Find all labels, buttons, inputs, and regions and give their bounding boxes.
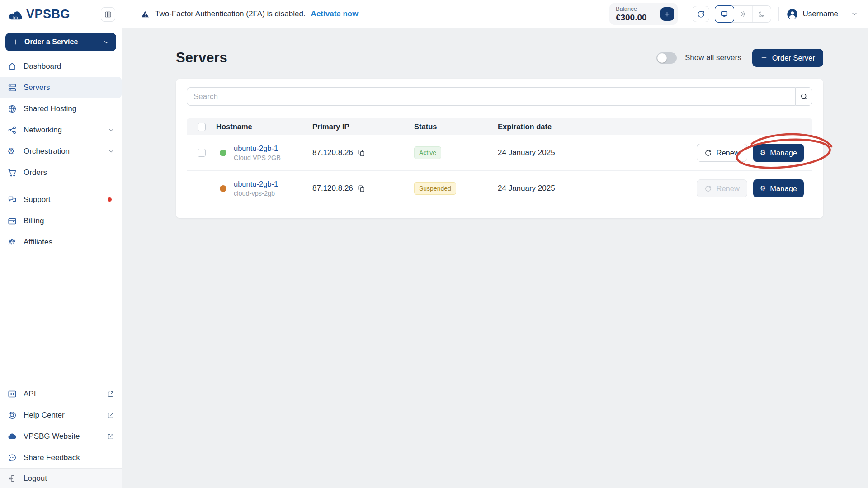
sidebar-item-affiliates[interactable]: Affiliates bbox=[0, 231, 122, 253]
external-link-icon bbox=[107, 390, 114, 398]
sidebar-item-share-feedback[interactable]: Share Feedback bbox=[0, 447, 122, 468]
cloud-icon bbox=[7, 432, 17, 441]
sidebar-item-label: Share Feedback bbox=[24, 453, 80, 462]
sidebar-item-label: Support bbox=[24, 195, 51, 204]
support-notification-badge bbox=[108, 197, 112, 202]
plus-icon bbox=[12, 38, 19, 46]
hostname-link[interactable]: ubuntu-2gb-1 bbox=[234, 144, 278, 152]
sidebar-item-support[interactable]: Support bbox=[0, 189, 122, 210]
panel-collapse-icon bbox=[104, 10, 112, 19]
add-funds-button[interactable] bbox=[660, 7, 674, 21]
column-header-expiration: Expiration date bbox=[498, 122, 704, 131]
renew-button-disabled: Renew bbox=[697, 179, 747, 197]
refresh-button[interactable] bbox=[693, 6, 709, 22]
plan-label: cloud-vps-2gb bbox=[234, 190, 278, 197]
table-row: ubuntu-2gb-1 Cloud VPS 2GB 87.120.8.26 A… bbox=[187, 135, 812, 171]
theme-system-button[interactable] bbox=[715, 5, 734, 23]
sidebar-item-vpsbg-website[interactable]: VPSBG Website bbox=[0, 426, 122, 447]
copy-ip-button[interactable] bbox=[358, 185, 365, 192]
topbar: Two-Factor Authentication (2FA) is disab… bbox=[122, 0, 868, 28]
sidebar-item-help-center[interactable]: Help Center bbox=[0, 404, 122, 426]
order-a-service-button[interactable]: Order a Service bbox=[5, 33, 116, 51]
main-area: Servers Show all servers Order Server bbox=[122, 29, 868, 488]
page-header: Servers Show all servers Order Server bbox=[176, 49, 823, 67]
topbar-right: Balance €300.00 bbox=[609, 3, 858, 25]
plus-icon bbox=[664, 11, 670, 18]
copy-icon bbox=[358, 149, 365, 157]
lifebuoy-icon bbox=[7, 410, 17, 420]
sidebar-item-label: Billing bbox=[24, 216, 44, 225]
hostname-link[interactable]: ubuntu-2gb-1 bbox=[234, 180, 278, 188]
logout-icon bbox=[7, 474, 17, 483]
user-avatar-icon bbox=[786, 8, 798, 20]
order-server-button[interactable]: Order Server bbox=[752, 49, 823, 67]
expiration-date: 24 January 2025 bbox=[498, 184, 704, 193]
refresh-icon bbox=[704, 185, 712, 192]
logout-button[interactable]: Logout bbox=[0, 468, 122, 488]
globe-icon bbox=[7, 104, 17, 114]
sidebar-nav: Dashboard Servers Shared Hosting Network… bbox=[0, 54, 122, 468]
sidebar-item-servers[interactable]: Servers bbox=[0, 77, 122, 98]
sidebar-item-shared-hosting[interactable]: Shared Hosting bbox=[0, 98, 122, 119]
plan-label: Cloud VPS 2GB bbox=[234, 154, 281, 161]
vpsbg-app: VPSBG Order a Service Dashboard Servers bbox=[0, 0, 868, 488]
sidebar-header: VPSBG bbox=[0, 0, 122, 28]
external-link-icon bbox=[107, 412, 114, 419]
manage-button[interactable]: ⚙ Manage bbox=[753, 179, 804, 197]
show-all-servers-toggle[interactable] bbox=[656, 52, 677, 64]
sidebar-item-orchestration[interactable]: ⚙ Orchestration bbox=[0, 141, 122, 162]
status-badge: Active bbox=[414, 146, 441, 159]
sidebar-footer: API Help Center VPSBG Website Share Feed… bbox=[0, 383, 122, 468]
primary-ip-value: 87.120.8.26 bbox=[312, 184, 353, 193]
servers-icon bbox=[7, 83, 17, 93]
sidebar-collapse-button[interactable] bbox=[101, 7, 115, 22]
sidebar-item-dashboard[interactable]: Dashboard bbox=[0, 56, 122, 77]
sidebar-item-networking[interactable]: Networking bbox=[0, 119, 122, 141]
row-checkbox[interactable] bbox=[198, 149, 206, 157]
status-dot-active bbox=[220, 150, 226, 156]
copy-ip-button[interactable] bbox=[358, 149, 365, 157]
search-input[interactable] bbox=[187, 87, 795, 106]
moon-icon bbox=[758, 10, 765, 18]
sidebar-item-billing[interactable]: Billing bbox=[0, 210, 122, 231]
chevron-down-icon bbox=[108, 148, 114, 155]
column-header-status: Status bbox=[414, 122, 498, 131]
two-factor-warning-text: Two-Factor Authentication (2FA) is disab… bbox=[155, 9, 306, 19]
sidebar-divider bbox=[0, 186, 122, 186]
gear-icon: ⚙ bbox=[7, 147, 17, 155]
chevron-down-icon bbox=[108, 127, 114, 133]
manage-button[interactable]: ⚙ Manage bbox=[753, 144, 804, 162]
sidebar-item-label: VPSBG Website bbox=[24, 432, 80, 441]
chevron-down-icon[interactable] bbox=[851, 10, 858, 18]
servers-card: Hostname Primary IP Status Expiration da… bbox=[176, 79, 823, 218]
table-row: ubuntu-2gb-1 cloud-vps-2gb 87.120.8.26 S… bbox=[187, 171, 812, 206]
manage-label: Manage bbox=[770, 149, 797, 157]
balance-widget: Balance €300.00 bbox=[609, 3, 678, 25]
home-icon bbox=[7, 61, 17, 71]
sidebar-item-label: Networking bbox=[24, 126, 62, 135]
theme-switcher bbox=[715, 5, 771, 23]
sidebar-item-orders[interactable]: Orders bbox=[0, 162, 122, 183]
logout-label: Logout bbox=[24, 474, 47, 483]
renew-button[interactable]: Renew bbox=[697, 144, 747, 162]
select-all-checkbox[interactable] bbox=[198, 123, 206, 131]
plus-icon bbox=[760, 54, 768, 61]
sidebar-item-api[interactable]: API bbox=[0, 383, 122, 404]
column-header-hostname: Hostname bbox=[216, 122, 312, 131]
network-icon bbox=[7, 125, 17, 135]
theme-dark-button[interactable] bbox=[752, 6, 771, 22]
column-header-primary-ip: Primary IP bbox=[312, 122, 414, 131]
copy-icon bbox=[358, 185, 365, 192]
search-button[interactable] bbox=[795, 87, 812, 106]
sidebar-item-label: API bbox=[24, 389, 36, 399]
servers-table: Hostname Primary IP Status Expiration da… bbox=[187, 118, 812, 206]
brand-logo[interactable]: VPSBG bbox=[7, 7, 70, 21]
sidebar-item-label: Shared Hosting bbox=[24, 104, 76, 113]
activate-now-link[interactable]: Activate now bbox=[311, 9, 359, 19]
theme-light-button[interactable] bbox=[734, 6, 752, 22]
refresh-icon bbox=[697, 10, 705, 19]
show-all-servers-label: Show all servers bbox=[685, 53, 741, 62]
user-menu[interactable]: Username bbox=[786, 8, 838, 20]
search-icon bbox=[800, 92, 808, 101]
expiration-date: 24 January 2025 bbox=[498, 148, 704, 157]
